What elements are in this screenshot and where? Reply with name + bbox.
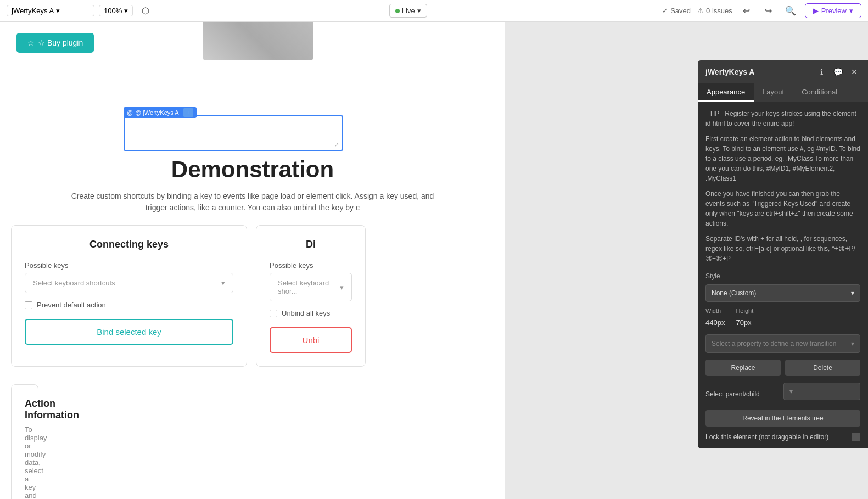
card1-select-placeholder: Select keyboard shortcuts [33, 279, 115, 287]
chevron-down-icon: ▾ [849, 7, 853, 15]
page-content: ☆ ☆ Buy plugin @ @ jWertyKeys A + ↗ Demo… [0, 22, 505, 499]
panel-close-button[interactable]: ✕ [848, 66, 860, 78]
play-icon: ▶ [813, 7, 819, 15]
tab-appearance[interactable]: Appearance [698, 83, 754, 102]
project-name: jWertyKeys A [12, 7, 54, 15]
issues-label: 0 issues [706, 7, 732, 15]
panel-tabs: Appearance Layout Conditional [698, 83, 868, 102]
width-group: Width 440px [705, 306, 725, 328]
panel-dimensions: Width 440px Height 70px [705, 306, 860, 328]
zoom-selector[interactable]: 100% ▾ [99, 5, 133, 16]
tab-conditional[interactable]: Conditional [793, 83, 846, 102]
prevent-default-row: Prevent default action [25, 301, 233, 309]
saved-status: ✓ Saved [662, 7, 691, 15]
style-select[interactable]: None (Custom) ▾ [705, 284, 860, 302]
lock-element-row: Lock this element (not draggable in edit… [705, 432, 860, 442]
live-label: Live [402, 7, 415, 15]
panel-tip-4: Separate ID's with + for all held, , for… [705, 234, 860, 263]
chevron-down-icon: ▾ [851, 339, 854, 349]
buy-plugin-label: ☆ Buy plugin [38, 38, 83, 47]
cards-row: Connecting keys Possible keys Select key… [11, 225, 366, 367]
redo-button[interactable]: ↪ [761, 3, 776, 19]
tab-layout[interactable]: Layout [754, 83, 793, 102]
top-image-visual [203, 22, 313, 60]
action-section: Action Information To display or modify … [11, 384, 38, 499]
replace-delete-row: Replace Delete [705, 360, 860, 376]
select-parent-row: Select parent/child ▾ [705, 383, 860, 406]
demo-desc: Create custom shortcuts by binding a key… [60, 190, 445, 214]
canvas: ☆ ☆ Buy plugin @ @ jWertyKeys A + ↗ Demo… [0, 22, 868, 499]
chevron-down-icon: ▾ [124, 7, 128, 15]
style-value: None (Custom) [712, 288, 756, 298]
bind-selected-key-button[interactable]: Bind selected key [25, 319, 233, 345]
height-label: Height [736, 306, 753, 316]
disconnect-keys-card: Di Possible keys Select keyboard shor...… [256, 225, 366, 367]
replace-button[interactable]: Replace [705, 360, 781, 376]
chevron-down-icon: ▾ [851, 288, 854, 298]
project-selector[interactable]: jWertyKeys A ▾ [7, 5, 94, 16]
card2-keys-select[interactable]: Select keyboard shor... ▾ [270, 273, 352, 301]
element-name: @ jWertyKeys A [135, 109, 178, 116]
undo-button[interactable]: ↩ [739, 3, 754, 19]
panel-info-button[interactable]: ℹ [815, 66, 827, 78]
demo-title: Demonstration [16, 156, 489, 183]
live-status-dot [395, 9, 400, 13]
element-add-icon[interactable]: + [183, 108, 193, 117]
height-value: 70px [736, 317, 753, 328]
panel-icons: ℹ 💬 ✕ [815, 66, 860, 78]
panel-tip-1: –TIP– Register your keys strokes using t… [705, 109, 860, 128]
saved-label: Saved [670, 7, 691, 15]
preview-label: Preview [821, 7, 847, 15]
lock-checkbox[interactable] [852, 433, 860, 441]
card2-select-placeholder: Select keyboard shor... [278, 279, 340, 295]
delete-button[interactable]: Delete [785, 360, 860, 376]
prevent-default-label: Prevent default action [37, 301, 106, 309]
chevron-down-icon: ▾ [417, 7, 421, 15]
chevron-down-icon: ▾ [56, 7, 60, 15]
search-button[interactable]: 🔍 [783, 3, 798, 19]
prevent-default-checkbox[interactable] [25, 301, 32, 309]
preview-button[interactable]: ▶ Preview ▾ [805, 3, 861, 18]
style-label: Style [705, 271, 860, 281]
panel-body: –TIP– Register your keys strokes using t… [698, 102, 868, 448]
top-image [203, 22, 313, 60]
components-icon[interactable]: ⬡ [137, 3, 154, 19]
card1-title: Connecting keys [25, 239, 233, 250]
warning-icon: ⚠ [697, 7, 704, 15]
parent-child-select[interactable]: ▾ [783, 383, 860, 400]
transition-select[interactable]: Select a property to define a new transi… [705, 334, 860, 353]
panel-tip-3: Once you have finished you can then grab… [705, 189, 860, 228]
width-value: 440px [705, 317, 725, 328]
at-icon: @ [127, 109, 133, 116]
card2-possible-keys-label: Possible keys [270, 261, 352, 270]
connecting-keys-card: Connecting keys Possible keys Select key… [11, 225, 247, 367]
width-label: Width [705, 306, 725, 316]
panel-title: jWertyKeys A [705, 68, 754, 76]
topbar-right: ✓ Saved ⚠ 0 issues ↩ ↪ 🔍 ▶ Preview ▾ [662, 3, 861, 19]
unbind-all-checkbox[interactable] [270, 310, 277, 317]
star-icon: ☆ [27, 38, 35, 47]
chevron-down-icon: ▾ [340, 283, 344, 291]
panel-comment-button[interactable]: 💬 [832, 66, 844, 78]
topbar: jWertyKeys A ▾ 100% ▾ ⬡ Live ▾ ✓ Saved ⚠… [0, 0, 868, 22]
unbind-all-row: Unbind all keys [270, 309, 352, 317]
unbind-all-label: Unbind all keys [282, 309, 330, 317]
issues-button[interactable]: ⚠ 0 issues [697, 7, 732, 15]
reveal-elements-tree-button[interactable]: Reveal in the Elements tree [705, 410, 860, 427]
live-selector[interactable]: Live ▾ [389, 4, 427, 18]
chevron-down-icon: ▾ [789, 386, 793, 396]
lock-label: Lock this element (not draggable in edit… [705, 432, 828, 442]
unbind-button[interactable]: Unbi [270, 327, 352, 353]
check-icon: ✓ [662, 7, 668, 15]
card1-keys-select[interactable]: Select keyboard shortcuts ▾ [25, 273, 233, 293]
element-label: @ @ jWertyKeys A + [124, 107, 197, 118]
transition-placeholder: Select a property to define a new transi… [712, 339, 836, 349]
zoom-level: 100% [104, 7, 122, 15]
select-parent-label: Select parent/child [705, 389, 760, 399]
height-group: Height 70px [736, 306, 753, 328]
panel-tip-2: First create an element action to bind e… [705, 134, 860, 183]
properties-panel: jWertyKeys A ℹ 💬 ✕ Appearance Layout Con… [698, 60, 868, 448]
panel-header: jWertyKeys A ℹ 💬 ✕ [698, 60, 868, 83]
buy-plugin-button[interactable]: ☆ ☆ Buy plugin [16, 33, 94, 53]
demo-section: Demonstration Create custom shortcuts by… [0, 140, 505, 230]
